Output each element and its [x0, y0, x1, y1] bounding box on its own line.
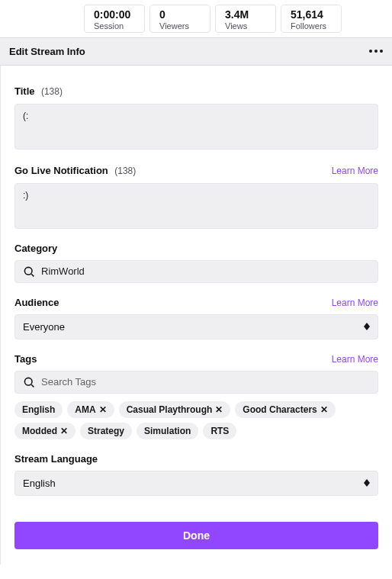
select-arrows-icon: [364, 323, 370, 330]
category-input[interactable]: [14, 260, 378, 283]
audience-label-row: Audience Learn More: [14, 297, 378, 308]
title-section: Title (138) (:: [14, 84, 378, 150]
search-icon: [23, 376, 35, 388]
tags-learn-more-link[interactable]: Learn More: [332, 354, 378, 365]
tag[interactable]: Simulation: [137, 423, 198, 439]
audience-learn-more-link[interactable]: Learn More: [332, 298, 378, 308]
title-label: Title: [14, 85, 35, 97]
category-label-row: Category: [14, 243, 378, 254]
more-options-icon[interactable]: [369, 50, 383, 53]
audience-select[interactable]: Everyone: [14, 314, 378, 339]
stats-bar: 0:00:00 Session 0 Viewers 3.4M Views 51,…: [0, 0, 392, 37]
stat-views-label: Views: [225, 21, 266, 31]
tag-label: Good Characters: [243, 404, 316, 415]
done-button[interactable]: Done: [14, 522, 378, 549]
stat-views-value: 3.4M: [225, 8, 266, 21]
stat-viewers-value: 0: [159, 8, 201, 21]
stat-session-label: Session: [94, 21, 135, 31]
notification-section: Go Live Notification (138) Learn More :): [14, 163, 378, 229]
audience-value: Everyone: [23, 321, 65, 333]
svg-line-1: [31, 274, 34, 276]
svg-line-3: [31, 384, 34, 387]
stat-followers[interactable]: 51,614 Followers: [281, 5, 342, 33]
title-value: (:: [23, 111, 28, 121]
tags-list: EnglishAMA✕Casual Playthrough✕Good Chara…: [14, 401, 378, 439]
language-value: English: [23, 478, 56, 489]
tags-label-row: Tags Learn More: [14, 353, 378, 365]
stat-viewers-label: Viewers: [159, 21, 201, 31]
notification-learn-more-link[interactable]: Learn More: [332, 166, 378, 176]
notification-value: :): [23, 190, 28, 201]
tag-label: RTS: [210, 426, 229, 436]
title-input[interactable]: (:: [14, 104, 378, 150]
tag[interactable]: Strategy: [80, 423, 132, 439]
tags-search-input[interactable]: [14, 371, 378, 394]
audience-section: Audience Learn More Everyone: [14, 297, 378, 339]
content: Title (138) (: Go Live Notification (138…: [0, 66, 392, 565]
select-arrows-icon: [364, 479, 370, 487]
notification-label-row: Go Live Notification (138) Learn More: [14, 163, 378, 177]
notification-count: (138): [114, 166, 136, 176]
language-label-row: Stream Language: [14, 453, 378, 465]
category-label: Category: [14, 243, 57, 254]
stat-views[interactable]: 3.4M Views: [215, 5, 276, 33]
tag[interactable]: English: [14, 401, 63, 418]
stat-followers-value: 51,614: [291, 8, 332, 21]
language-label: Stream Language: [14, 453, 98, 465]
language-section: Stream Language English: [14, 453, 378, 496]
notification-input[interactable]: :): [14, 183, 378, 229]
title-label-row: Title (138): [14, 84, 378, 98]
panel-title: Edit Stream Info: [9, 46, 85, 57]
search-icon: [23, 265, 35, 278]
category-section: Category: [14, 243, 378, 283]
tag-label: Modded: [22, 426, 57, 436]
stat-followers-label: Followers: [291, 21, 332, 31]
tags-section: Tags Learn More EnglishAMA✕Casual Playth…: [14, 353, 378, 439]
panel-header: Edit Stream Info: [0, 37, 392, 66]
notification-label: Go Live Notification: [14, 165, 108, 176]
tag[interactable]: Good Characters✕: [235, 401, 335, 418]
stat-viewers[interactable]: 0 Viewers: [149, 5, 210, 33]
svg-point-0: [24, 267, 32, 275]
audience-label: Audience: [14, 297, 59, 308]
tag-label: AMA: [75, 404, 95, 415]
tag-label: Strategy: [88, 426, 124, 436]
tag-label: Simulation: [144, 426, 191, 436]
category-value[interactable]: [41, 265, 370, 277]
tag-remove-icon[interactable]: ✕: [60, 426, 68, 436]
stat-session[interactable]: 0:00:00 Session: [84, 5, 145, 33]
tag[interactable]: AMA✕: [67, 401, 114, 418]
tag-remove-icon[interactable]: ✕: [320, 404, 328, 415]
tag[interactable]: Modded✕: [14, 423, 76, 439]
tags-label: Tags: [14, 353, 37, 365]
tag-label: Casual Playthrough: [127, 404, 213, 415]
tag[interactable]: RTS: [203, 423, 236, 439]
stat-session-value: 0:00:00: [94, 8, 135, 21]
tag-remove-icon[interactable]: ✕: [215, 404, 223, 415]
tag[interactable]: Casual Playthrough✕: [119, 401, 231, 418]
tags-search-field[interactable]: [41, 376, 370, 388]
title-count: (138): [41, 86, 63, 97]
language-select[interactable]: English: [14, 471, 378, 496]
tag-label: English: [22, 404, 55, 415]
tag-remove-icon[interactable]: ✕: [99, 404, 107, 415]
svg-point-2: [24, 378, 32, 385]
